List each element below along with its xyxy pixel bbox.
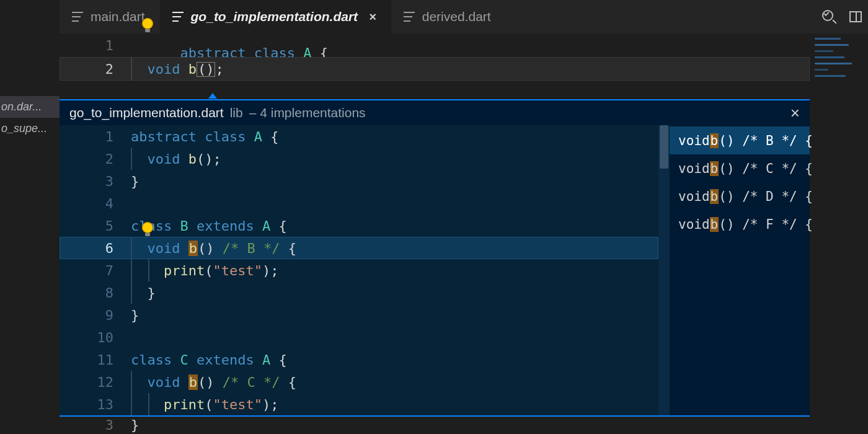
- tab-derived-dart[interactable]: derived.dart: [391, 0, 506, 33]
- editor-lower[interactable]: 3}: [60, 417, 810, 434]
- file-icon: [72, 12, 83, 22]
- minimap[interactable]: [810, 33, 868, 434]
- file-icon: [404, 12, 415, 22]
- peek-folder: lib: [230, 105, 243, 120]
- peek-editor[interactable]: 1abstract class A { 2 void b(); 3} 4 5cl…: [60, 125, 658, 415]
- peek-result-item[interactable]: void b() /* C */ {: [670, 154, 810, 182]
- code-line[interactable]: 1 abstract class A {: [60, 33, 810, 57]
- open-editors-icon[interactable]: [822, 10, 836, 24]
- peek-header: go_to_implementation.dart lib – 4 implem…: [60, 100, 810, 125]
- lightbulb-icon[interactable]: [142, 18, 153, 29]
- sidebar-fragment: on.dar... o_supe...: [0, 96, 60, 140]
- code-line[interactable]: 2 void b();: [60, 57, 810, 81]
- line-number: 1: [60, 38, 131, 53]
- line-number: 2: [60, 61, 131, 77]
- tab-actions: [822, 0, 868, 33]
- peek-result-item[interactable]: void b() /* F */ {: [670, 210, 810, 238]
- sidebar-item[interactable]: o_supe...: [0, 118, 60, 140]
- lightbulb-icon[interactable]: [142, 222, 153, 233]
- peek-result-item[interactable]: void b() /* D */ {: [670, 182, 810, 210]
- peek-count: – 4 implementations: [249, 105, 366, 120]
- peek-filename: go_to_implementation.dart: [69, 105, 224, 120]
- line-number: 3: [60, 417, 131, 433]
- peek-result-list: void b() /* B */ { void b() /* C */ { vo…: [670, 125, 810, 415]
- close-icon[interactable]: ×: [790, 104, 800, 123]
- close-icon[interactable]: ×: [369, 10, 376, 24]
- peek-result-item[interactable]: void b() /* B */ {: [670, 126, 810, 154]
- peek-pointer-icon: [208, 93, 217, 99]
- split-editor-icon[interactable]: [849, 11, 862, 22]
- scrollbar[interactable]: [658, 125, 670, 415]
- peek-highlighted-line[interactable]: 6 void b() /* B */ {: [60, 237, 658, 259]
- peek-implementations-panel: go_to_implementation.dart lib – 4 implem…: [60, 99, 810, 417]
- editor-upper[interactable]: 1 abstract class A { 2 void b();: [60, 33, 810, 99]
- sidebar-item[interactable]: on.dar...: [0, 96, 60, 118]
